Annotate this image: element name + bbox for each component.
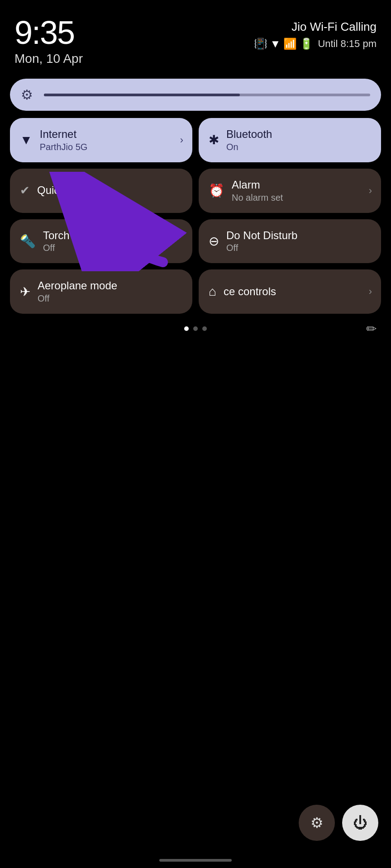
brightness-icon: ⚙ — [21, 87, 33, 103]
tiles-row-3: 🔦 Torch Off ⊖ Do Not Disturb Off — [10, 219, 381, 264]
dnd-subtitle: Off — [226, 243, 297, 253]
quickadd-title: Quick Add — [37, 184, 86, 197]
tile-devicecontrols[interactable]: ⌂ ce controls › — [199, 269, 381, 314]
devicecontrols-title: ce controls — [224, 285, 276, 298]
brightness-slider[interactable] — [44, 94, 370, 96]
status-right: Jio Wi-Fi Calling 📳 ▼ 📶 🔋 Until 8:15 pm — [254, 16, 377, 50]
tile-quickadd[interactable]: ✔ Quick Add — [10, 169, 192, 213]
tile-internet[interactable]: ▼ Internet ParthJio 5G › — [10, 118, 192, 162]
torch-tile-icon: 🔦 — [20, 234, 36, 249]
alarm-tile-icon: ⏰ — [209, 183, 224, 198]
devicecontrols-tile-text: ce controls — [224, 285, 276, 298]
bluetooth-tile-text: Bluetooth On — [226, 128, 272, 152]
page-indicators: ✏ — [10, 326, 381, 331]
torch-title: Torch — [43, 229, 70, 242]
torch-subtitle: Off — [43, 243, 70, 253]
alarm-tile-text: Alarm No alarm set — [232, 179, 283, 203]
battery-icon: 🔋 — [300, 38, 313, 50]
wifi-tile-icon: ▼ — [20, 133, 33, 147]
quickadd-tile-text: Quick Add — [37, 184, 86, 197]
date-display: Mon, 10 Apr — [14, 52, 83, 66]
torch-tile-text: Torch Off — [43, 229, 70, 254]
page-dot-3 — [202, 326, 207, 331]
aeroplane-tile-text: Aeroplane mode Off — [38, 279, 117, 304]
time-display: 9:35 — [14, 16, 83, 49]
home-tile-icon: ⌂ — [209, 284, 216, 299]
until-text: Until 8:15 pm — [318, 38, 377, 50]
bluetooth-subtitle: On — [226, 142, 272, 152]
dnd-tile-text: Do Not Disturb Off — [226, 229, 297, 254]
brightness-fill — [44, 94, 240, 96]
settings-icon: ⚙ — [310, 814, 324, 831]
internet-subtitle: ParthJio 5G — [40, 142, 88, 152]
bluetooth-tile-icon: ✱ — [209, 132, 219, 147]
devicecontrols-chevron: › — [369, 286, 372, 297]
dnd-title: Do Not Disturb — [226, 229, 297, 242]
tile-alarm[interactable]: ⏰ Alarm No alarm set › — [199, 169, 381, 213]
tile-torch[interactable]: 🔦 Torch Off — [10, 219, 192, 264]
tile-bluetooth[interactable]: ✱ Bluetooth On — [199, 118, 381, 162]
alarm-title: Alarm — [232, 179, 283, 192]
brightness-row[interactable]: ⚙ — [10, 79, 381, 111]
settings-button[interactable]: ⚙ — [299, 805, 335, 841]
carrier-text: Jio Wi-Fi Calling — [254, 20, 377, 34]
edit-icon[interactable]: ✏ — [366, 321, 377, 336]
quickadd-tile-icon: ✔ — [20, 184, 30, 198]
home-indicator — [159, 859, 232, 862]
tiles-row-1: ▼ Internet ParthJio 5G › ✱ Bluetooth On — [10, 118, 381, 162]
tile-donotdisturb[interactable]: ⊖ Do Not Disturb Off — [199, 219, 381, 264]
page-dot-2 — [193, 326, 198, 331]
quick-settings-panel: ⚙ ▼ Internet ParthJio 5G › ✱ Bluetooth O… — [0, 71, 391, 331]
aeroplane-title: Aeroplane mode — [38, 279, 117, 292]
aeroplane-subtitle: Off — [38, 293, 117, 304]
bluetooth-title: Bluetooth — [226, 128, 272, 141]
tile-aeroplane[interactable]: ✈ Aeroplane mode Off — [10, 269, 192, 314]
plane-tile-icon: ✈ — [20, 284, 30, 299]
dnd-tile-icon: ⊖ — [209, 234, 219, 249]
tiles-row-2: ✔ Quick Add ⏰ Alarm No alarm set › — [10, 169, 381, 213]
status-icons: 📳 ▼ 📶 🔋 Until 8:15 pm — [254, 38, 377, 50]
status-left: 9:35 Mon, 10 Apr — [14, 16, 83, 66]
vibrate-icon: 📳 — [254, 38, 267, 50]
alarm-subtitle: No alarm set — [232, 193, 283, 203]
power-button[interactable]: ⏻ — [342, 805, 378, 841]
internet-title: Internet — [40, 128, 88, 141]
wifi-icon: ▼ — [270, 38, 281, 50]
internet-tile-text: Internet ParthJio 5G — [40, 128, 88, 152]
tiles-row-4: ✈ Aeroplane mode Off ⌂ ce controls › — [10, 269, 381, 314]
alarm-chevron: › — [369, 185, 372, 197]
page-dot-1 — [184, 326, 189, 331]
internet-chevron: › — [180, 134, 183, 146]
power-icon: ⏻ — [353, 815, 367, 831]
status-bar: 9:35 Mon, 10 Apr Jio Wi-Fi Calling 📳 ▼ 📶… — [0, 0, 391, 71]
bottom-buttons: ⚙ ⏻ — [299, 805, 378, 841]
signal-icon: 📶 — [283, 38, 297, 50]
